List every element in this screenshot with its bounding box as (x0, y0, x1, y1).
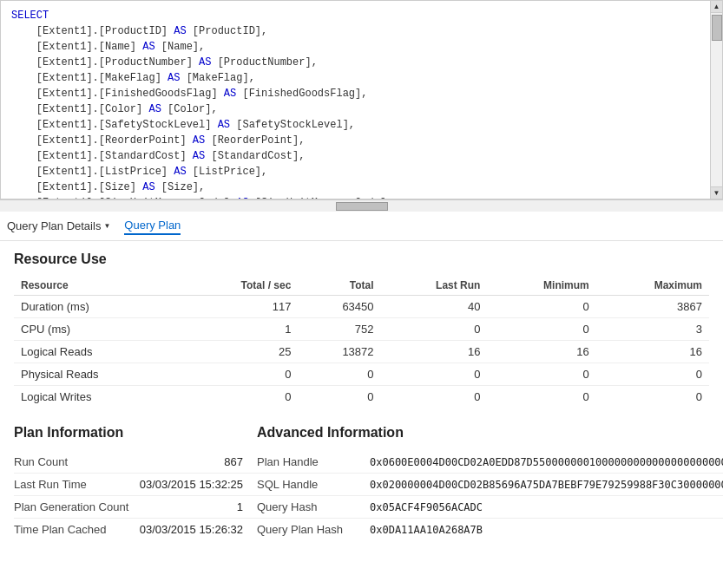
table-row: CPU (ms)1752003 (14, 318, 709, 341)
h-scrollbar-thumb[interactable] (336, 202, 388, 211)
advanced-info-value: 0x0DA11AA10A268A7B (370, 524, 723, 536)
sql-content: SELECT [Extent1].[ProductID] AS [Product… (1, 1, 722, 199)
col-last-run: Last Run (381, 276, 488, 296)
plan-info-row: Plan Generation Count1 (14, 496, 257, 519)
table-cell: 0 (596, 386, 709, 408)
plan-info-label: Last Run Time (14, 478, 135, 491)
table-cell: CPU (ms) (14, 318, 181, 341)
plan-info-value: 867 (135, 455, 257, 468)
scrollbar-thumb[interactable] (712, 15, 722, 41)
table-cell: 0 (596, 363, 709, 386)
advanced-info-label: Query Hash (257, 500, 370, 513)
plan-info-label: Time Plan Cached (14, 523, 135, 536)
table-cell: 16 (487, 341, 595, 363)
resource-table-header-row: Resource Total / sec Total Last Run Mini… (14, 276, 709, 296)
col-total-sec: Total / sec (181, 276, 299, 296)
advanced-info-value: 0x05ACF4F9056ACADC (370, 501, 723, 513)
table-cell: 63450 (298, 296, 380, 318)
info-section: Plan Information Run Count867Last Run Ti… (14, 425, 709, 540)
table-cell: Physical Reads (14, 363, 181, 386)
tabs-bar: Query Plan Details Query Plan (0, 212, 723, 241)
advanced-info-row: Query Plan Hash0x0DA11AA10A268A7B (257, 519, 723, 540)
advanced-info-row: Query Hash0x05ACF4F9056ACADC (257, 496, 723, 519)
table-cell: 0 (181, 386, 299, 408)
vertical-scrollbar[interactable]: ▲ ▼ (710, 1, 722, 199)
advanced-info-label: Plan Handle (257, 455, 370, 468)
plan-info-col: Plan Information Run Count867Last Run Ti… (14, 425, 257, 540)
plan-info-value: 03/03/2015 15:32:25 (135, 478, 257, 491)
advanced-info-row: Plan Handle0x0600E0004D00CD02A0EDD87D550… (257, 451, 723, 474)
sql-editor[interactable]: SELECT [Extent1].[ProductID] AS [Product… (0, 0, 723, 199)
horizontal-scrollbar[interactable] (0, 199, 723, 212)
col-resource: Resource (14, 276, 181, 296)
table-cell: 16 (381, 341, 488, 363)
table-cell: 0 (487, 386, 595, 408)
table-cell: 0 (381, 363, 488, 386)
plan-info-row: Time Plan Cached03/03/2015 15:26:32 (14, 519, 257, 540)
table-row: Duration (ms)117634504003867 (14, 296, 709, 318)
tab-query-plan[interactable]: Query Plan (124, 217, 181, 235)
advanced-info-label: Query Plan Hash (257, 523, 370, 536)
table-cell: Logical Writes (14, 386, 181, 408)
table-row: Logical Reads2513872161616 (14, 341, 709, 363)
table-cell: 3867 (596, 296, 709, 318)
table-cell: 16 (596, 341, 709, 363)
plan-info-value: 03/03/2015 15:26:32 (135, 523, 257, 536)
resource-use-title: Resource Use (14, 252, 709, 267)
col-maximum: Maximum (596, 276, 709, 296)
table-cell: 0 (487, 318, 595, 341)
table-cell: 0 (487, 363, 595, 386)
table-row: Logical Writes00000 (14, 386, 709, 408)
table-cell: 117 (181, 296, 299, 318)
table-cell: Logical Reads (14, 341, 181, 363)
table-cell: 25 (181, 341, 299, 363)
plan-info-label: Plan Generation Count (14, 500, 135, 513)
plan-info-value: 1 (135, 500, 257, 513)
plan-info-title: Plan Information (14, 425, 257, 441)
tab-query-plan-details[interactable]: Query Plan Details (7, 218, 110, 234)
table-cell: 0 (487, 296, 595, 318)
advanced-info-row: SQL Handle0x020000004D00CD02B85696A75DA7… (257, 474, 723, 496)
advanced-info-col: Advanced Information Plan Handle0x0600E0… (257, 425, 723, 540)
main-content: Resource Use Resource Total / sec Total … (0, 241, 723, 551)
scrollbar-track[interactable] (711, 13, 722, 186)
advanced-info-value: 0x0600E0004D00CD02A0EDD87D55000000010000… (370, 456, 723, 468)
table-cell: 0 (181, 363, 299, 386)
col-total: Total (298, 276, 380, 296)
table-cell: 40 (381, 296, 488, 318)
table-cell: Duration (ms) (14, 296, 181, 318)
col-minimum: Minimum (487, 276, 595, 296)
table-cell: 3 (596, 318, 709, 341)
advanced-info-label: SQL Handle (257, 478, 370, 491)
advanced-info-value: 0x020000004D00CD02B85696A75DA7BEBF79E792… (370, 479, 723, 491)
scrollbar-up-arrow[interactable]: ▲ (711, 1, 723, 13)
table-cell: 13872 (298, 341, 380, 363)
table-cell: 752 (298, 318, 380, 341)
plan-info-row: Last Run Time03/03/2015 15:32:25 (14, 474, 257, 496)
scrollbar-down-arrow[interactable]: ▼ (711, 186, 723, 199)
plan-info-row: Run Count867 (14, 451, 257, 474)
table-cell: 0 (298, 386, 380, 408)
table-row: Physical Reads00000 (14, 363, 709, 386)
table-cell: 0 (381, 318, 488, 341)
table-cell: 0 (298, 363, 380, 386)
plan-info-label: Run Count (14, 455, 135, 468)
table-cell: 1 (181, 318, 299, 341)
resource-table: Resource Total / sec Total Last Run Mini… (14, 276, 709, 408)
advanced-info-title: Advanced Information (257, 425, 723, 441)
table-cell: 0 (381, 386, 488, 408)
